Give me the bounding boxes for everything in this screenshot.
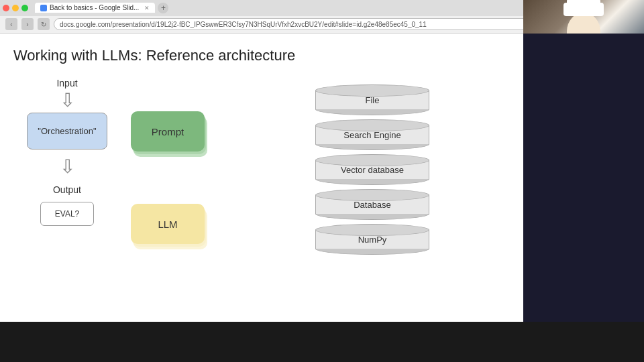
bottom-bar (0, 322, 644, 362)
llm-card-stack: LLM (131, 204, 205, 256)
back-button[interactable]: ‹ (5, 18, 17, 30)
refresh-button[interactable]: ↻ (38, 18, 50, 30)
tab-label: Back to basics - Google Slid... (50, 4, 139, 11)
prompt-card-front: Prompt (131, 111, 205, 152)
cylinder-vector-db: Vector database (315, 154, 429, 185)
minimize-button[interactable] (12, 5, 19, 11)
slide-container: Working with LLMs: Reference architectur… (0, 34, 523, 322)
llm-label: LLM (158, 219, 177, 230)
maximize-button[interactable] (21, 5, 28, 11)
slide-inner: Working with LLMs: Reference architectur… (13, 47, 510, 308)
tab-close-icon[interactable]: ✕ (144, 5, 150, 11)
diagram-area: Input ⇩ "Orchestration" ⇩ Output EVAL? (13, 78, 510, 259)
prompt-card-stack: Prompt (131, 111, 205, 164)
tab-favicon (40, 5, 47, 11)
cyl-numpy-top (315, 224, 429, 236)
person-hat (564, 3, 604, 16)
right-column: File Search Engine Vector database (215, 78, 510, 259)
orchestration-box: "Orchestration" (27, 113, 107, 149)
close-button[interactable] (3, 5, 9, 11)
orchestration-label: "Orchestration" (38, 126, 96, 136)
forward-button[interactable]: › (21, 18, 34, 30)
middle-column: Prompt LLM (121, 78, 215, 256)
address-bar[interactable]: docs.google.com/presentation/d/19L2j2-fB… (54, 18, 584, 30)
url-text: docs.google.com/presentation/d/19L2j2-fB… (60, 21, 427, 28)
slide-title: Working with LLMs: Reference architectur… (13, 47, 510, 64)
active-tab[interactable]: Back to basics - Google Slid... ✕ (35, 3, 155, 13)
arrow-down-icon: ⇩ (60, 91, 75, 110)
prompt-label: Prompt (152, 126, 184, 137)
new-tab-button[interactable]: + (158, 3, 168, 13)
traffic-lights (3, 5, 28, 11)
input-label: Input (56, 78, 77, 88)
cylinder-numpy: NumPy (315, 224, 429, 255)
cylinder-search-engine: Search Engine (315, 119, 429, 150)
cylinder-database: Database (315, 189, 429, 220)
eval-label: EVAL? (55, 209, 79, 219)
eval-box: EVAL? (40, 202, 94, 226)
cyl-db-top (315, 189, 429, 201)
arrow-down-2-icon: ⇩ (60, 158, 75, 176)
cyl-vector-top (315, 154, 429, 166)
right-sidebar (523, 34, 644, 362)
output-label: Output (53, 184, 81, 195)
cyl-file-top (315, 84, 429, 97)
left-column: Input ⇩ "Orchestration" ⇩ Output EVAL? (13, 78, 121, 226)
llm-card-front: LLM (131, 204, 205, 244)
cyl-search-top (315, 119, 429, 131)
cylinder-file: File (315, 84, 429, 115)
